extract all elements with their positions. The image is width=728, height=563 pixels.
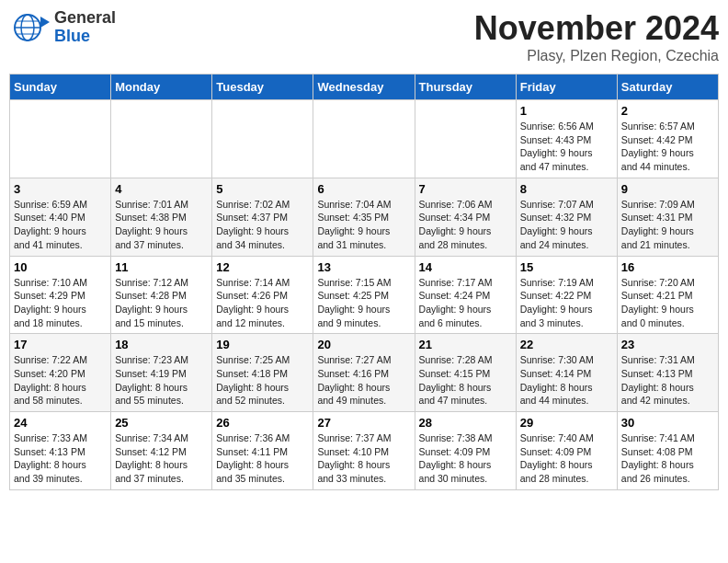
day-info: Sunrise: 7:34 AM Sunset: 4:12 PM Dayligh… — [115, 431, 208, 486]
day-info: Sunrise: 7:04 AM Sunset: 4:35 PM Dayligh… — [317, 198, 410, 252]
day-info: Sunrise: 7:41 AM Sunset: 4:08 PM Dayligh… — [621, 431, 714, 486]
calendar-cell: 7Sunrise: 7:06 AM Sunset: 4:34 PM Daylig… — [415, 178, 516, 256]
day-number: 28 — [419, 416, 512, 430]
calendar-header-sunday: Sunday — [10, 75, 111, 100]
logo: General Blue — [9, 9, 116, 46]
logo-blue-text: Blue — [54, 28, 116, 46]
day-info: Sunrise: 7:36 AM Sunset: 4:11 PM Dayligh… — [216, 431, 309, 486]
calendar-cell: 27Sunrise: 7:37 AM Sunset: 4:10 PM Dayli… — [313, 412, 415, 490]
day-number: 14 — [419, 260, 512, 274]
day-number: 20 — [317, 338, 410, 351]
day-number: 5 — [216, 182, 309, 196]
calendar-cell: 16Sunrise: 7:20 AM Sunset: 4:21 PM Dayli… — [617, 256, 718, 334]
title-area: November 2024 Plasy, Plzen Region, Czech… — [474, 9, 719, 64]
day-number: 12 — [216, 260, 309, 274]
day-info: Sunrise: 7:10 AM Sunset: 4:29 PM Dayligh… — [14, 276, 107, 330]
calendar-cell: 30Sunrise: 7:41 AM Sunset: 4:08 PM Dayli… — [617, 412, 718, 490]
calendar-cell — [111, 100, 212, 178]
header: General Blue November 2024 Plasy, Plzen … — [9, 9, 719, 64]
day-info: Sunrise: 7:01 AM Sunset: 4:38 PM Dayligh… — [115, 198, 208, 252]
calendar-header-wednesday: Wednesday — [313, 75, 415, 100]
day-number: 10 — [14, 260, 107, 274]
day-number: 26 — [216, 416, 309, 430]
calendar-cell: 13Sunrise: 7:15 AM Sunset: 4:25 PM Dayli… — [313, 256, 415, 334]
day-info: Sunrise: 7:40 AM Sunset: 4:09 PM Dayligh… — [520, 431, 613, 486]
calendar-cell: 23Sunrise: 7:31 AM Sunset: 4:13 PM Dayli… — [617, 334, 718, 412]
day-number: 7 — [419, 182, 512, 196]
logo-icon — [9, 9, 51, 46]
calendar-cell: 22Sunrise: 7:30 AM Sunset: 4:14 PM Dayli… — [516, 334, 617, 412]
calendar-header-friday: Friday — [516, 75, 617, 100]
day-info: Sunrise: 7:38 AM Sunset: 4:09 PM Dayligh… — [419, 431, 512, 486]
calendar-cell: 25Sunrise: 7:34 AM Sunset: 4:12 PM Dayli… — [111, 412, 212, 490]
day-number: 24 — [14, 416, 107, 430]
calendar-week-row: 10Sunrise: 7:10 AM Sunset: 4:29 PM Dayli… — [10, 256, 719, 334]
day-number: 25 — [115, 416, 208, 430]
day-info: Sunrise: 6:57 AM Sunset: 4:42 PM Dayligh… — [621, 120, 714, 174]
calendar-cell: 2Sunrise: 6:57 AM Sunset: 4:42 PM Daylig… — [617, 100, 718, 178]
calendar-cell: 4Sunrise: 7:01 AM Sunset: 4:38 PM Daylig… — [111, 178, 212, 256]
day-info: Sunrise: 7:02 AM Sunset: 4:37 PM Dayligh… — [216, 198, 309, 252]
day-info: Sunrise: 7:33 AM Sunset: 4:13 PM Dayligh… — [14, 431, 107, 486]
calendar-cell: 5Sunrise: 7:02 AM Sunset: 4:37 PM Daylig… — [212, 178, 313, 256]
day-info: Sunrise: 7:17 AM Sunset: 4:24 PM Dayligh… — [419, 276, 512, 330]
calendar-header-monday: Monday — [111, 75, 212, 100]
calendar-week-row: 1Sunrise: 6:56 AM Sunset: 4:43 PM Daylig… — [10, 100, 719, 178]
day-number: 13 — [317, 260, 410, 274]
day-number: 30 — [621, 416, 714, 430]
calendar-cell: 17Sunrise: 7:22 AM Sunset: 4:20 PM Dayli… — [10, 334, 111, 412]
day-info: Sunrise: 7:06 AM Sunset: 4:34 PM Dayligh… — [419, 198, 512, 252]
calendar-cell: 29Sunrise: 7:40 AM Sunset: 4:09 PM Dayli… — [516, 412, 617, 490]
logo-general-text: General — [54, 9, 116, 28]
day-info: Sunrise: 7:20 AM Sunset: 4:21 PM Dayligh… — [621, 276, 714, 330]
day-number: 18 — [115, 338, 208, 351]
day-info: Sunrise: 7:30 AM Sunset: 4:14 PM Dayligh… — [520, 353, 613, 408]
day-info: Sunrise: 7:15 AM Sunset: 4:25 PM Dayligh… — [317, 276, 410, 330]
calendar-cell: 14Sunrise: 7:17 AM Sunset: 4:24 PM Dayli… — [415, 256, 516, 334]
calendar-cell — [415, 100, 516, 178]
calendar-cell: 1Sunrise: 6:56 AM Sunset: 4:43 PM Daylig… — [516, 100, 617, 178]
day-number: 21 — [419, 338, 512, 351]
day-number: 6 — [317, 182, 410, 196]
calendar-cell: 10Sunrise: 7:10 AM Sunset: 4:29 PM Dayli… — [10, 256, 111, 334]
calendar-cell: 15Sunrise: 7:19 AM Sunset: 4:22 PM Dayli… — [516, 256, 617, 334]
day-info: Sunrise: 7:19 AM Sunset: 4:22 PM Dayligh… — [520, 276, 613, 330]
calendar-cell: 19Sunrise: 7:25 AM Sunset: 4:18 PM Dayli… — [212, 334, 313, 412]
day-info: Sunrise: 7:23 AM Sunset: 4:19 PM Dayligh… — [115, 353, 208, 408]
calendar-cell: 24Sunrise: 7:33 AM Sunset: 4:13 PM Dayli… — [10, 412, 111, 490]
day-info: Sunrise: 7:09 AM Sunset: 4:31 PM Dayligh… — [621, 198, 714, 252]
day-info: Sunrise: 7:12 AM Sunset: 4:28 PM Dayligh… — [115, 276, 208, 330]
calendar-week-row: 17Sunrise: 7:22 AM Sunset: 4:20 PM Dayli… — [10, 334, 719, 412]
day-number: 3 — [14, 182, 107, 196]
day-info: Sunrise: 6:56 AM Sunset: 4:43 PM Dayligh… — [520, 120, 613, 174]
calendar-week-row: 24Sunrise: 7:33 AM Sunset: 4:13 PM Dayli… — [10, 412, 719, 490]
day-number: 15 — [520, 260, 613, 274]
day-number: 19 — [216, 338, 309, 351]
location-text: Plasy, Plzen Region, Czechia — [474, 48, 719, 64]
day-number: 4 — [115, 182, 208, 196]
day-number: 23 — [621, 338, 714, 351]
day-number: 27 — [317, 416, 410, 430]
day-number: 1 — [520, 104, 613, 118]
calendar-cell: 26Sunrise: 7:36 AM Sunset: 4:11 PM Dayli… — [212, 412, 313, 490]
day-info: Sunrise: 7:27 AM Sunset: 4:16 PM Dayligh… — [317, 353, 410, 408]
calendar-cell: 21Sunrise: 7:28 AM Sunset: 4:15 PM Dayli… — [415, 334, 516, 412]
calendar-header-tuesday: Tuesday — [212, 75, 313, 100]
calendar-cell: 6Sunrise: 7:04 AM Sunset: 4:35 PM Daylig… — [313, 178, 415, 256]
calendar-cell: 9Sunrise: 7:09 AM Sunset: 4:31 PM Daylig… — [617, 178, 718, 256]
day-info: Sunrise: 7:22 AM Sunset: 4:20 PM Dayligh… — [14, 353, 107, 408]
day-info: Sunrise: 6:59 AM Sunset: 4:40 PM Dayligh… — [14, 198, 107, 252]
calendar-cell: 18Sunrise: 7:23 AM Sunset: 4:19 PM Dayli… — [111, 334, 212, 412]
day-number: 16 — [621, 260, 714, 274]
day-number: 22 — [520, 338, 613, 351]
calendar-cell — [10, 100, 111, 178]
svg-marker-5 — [40, 17, 50, 28]
calendar-cell — [313, 100, 415, 178]
logo-text: General Blue — [54, 9, 116, 46]
day-number: 9 — [621, 182, 714, 196]
day-info: Sunrise: 7:14 AM Sunset: 4:26 PM Dayligh… — [216, 276, 309, 330]
calendar-week-row: 3Sunrise: 6:59 AM Sunset: 4:40 PM Daylig… — [10, 178, 719, 256]
calendar-cell: 11Sunrise: 7:12 AM Sunset: 4:28 PM Dayli… — [111, 256, 212, 334]
calendar-header-saturday: Saturday — [617, 75, 718, 100]
day-info: Sunrise: 7:28 AM Sunset: 4:15 PM Dayligh… — [419, 353, 512, 408]
